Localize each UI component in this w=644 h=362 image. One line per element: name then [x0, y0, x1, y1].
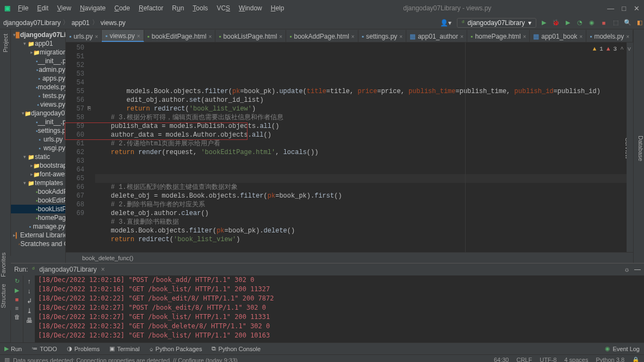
sidebar-database-label[interactable]: Database	[637, 136, 644, 161]
menu-vcs[interactable]: VCS	[213, 3, 233, 13]
breadcrumb-item[interactable]: views.py	[101, 19, 126, 27]
close-icon[interactable]: ×	[626, 34, 629, 40]
tab-settings[interactable]: ▪settings.py×	[358, 30, 406, 42]
tree-external[interactable]: ▸▎External Libraries	[11, 231, 65, 240]
bottom-toolbar[interactable]: ▶Run ≔TODO ◑Problems ▣Terminal ⎐Python P…	[0, 342, 644, 354]
close-icon[interactable]: ×	[399, 34, 403, 40]
vcs-icon[interactable]: ⬚	[611, 19, 620, 27]
close-icon[interactable]: ×	[351, 34, 355, 40]
code-editor[interactable]: ▲1 ▲3 ^ v 505152535455565758596061626364…	[66, 42, 633, 252]
breadcrumb-item[interactable]: djangoday07Library	[3, 19, 60, 27]
tab-bookedit[interactable]: ▪bookEditPage.html×	[144, 30, 216, 42]
tree-file[interactable]: ▪apps.py	[11, 74, 65, 83]
menu-edit[interactable]: Edit	[34, 3, 52, 13]
close-icon[interactable]: ×	[579, 34, 583, 40]
code-content[interactable]: models.Book.objects.filter(pk=book_pk).u…	[95, 42, 627, 252]
tree-folder-migrations[interactable]: ▸📁migrations	[11, 48, 65, 57]
tree-file[interactable]: ▪tests.py	[11, 91, 65, 100]
menu-run[interactable]: Run	[169, 3, 187, 13]
interpreter[interactable]: Python 3.8	[596, 357, 624, 362]
status-message[interactable]: Data sources detected: Connection proper…	[13, 357, 238, 363]
close-icon[interactable]: ×	[523, 34, 526, 40]
tree-folder-app01[interactable]: ▾📁app01	[11, 39, 65, 48]
menu-tools[interactable]: Tools	[189, 3, 211, 13]
left-toolwindow-bar[interactable]: Project	[0, 29, 11, 263]
console-button[interactable]: ⧉Python Console	[212, 345, 261, 352]
tree-folder-templates[interactable]: ▾📁templates	[11, 179, 65, 187]
project-tree[interactable]: ▾▉djangoday07Library F:\A ▾📁app01 ▸📁migr…	[11, 29, 66, 263]
search-icon[interactable]: 🔍	[623, 19, 632, 27]
tree-file[interactable]: ▪__init__.py	[11, 118, 65, 126]
down-icon[interactable]: ↓	[28, 287, 31, 295]
concurrency-icon[interactable]: ◉	[587, 19, 596, 27]
scroll-icon[interactable]: ⤓	[27, 307, 32, 315]
cursor-position[interactable]: 64:30	[494, 357, 509, 362]
tree-folder-static[interactable]: ▾📁static	[11, 152, 65, 161]
profile-icon[interactable]: ◔	[575, 19, 584, 27]
run-controls[interactable]: ↻ ▶ ■ ≡ 🗑	[11, 275, 23, 342]
status-db-icon[interactable]: ▥	[4, 357, 10, 362]
tab-book[interactable]: ▦app01_book×	[530, 30, 586, 42]
debug-icon[interactable]: 🐞	[552, 19, 560, 27]
sidebar-favorites-label[interactable]: Favorites	[0, 253, 11, 277]
problems-button[interactable]: ◑Problems	[67, 345, 100, 352]
close-icon[interactable]: ×	[101, 266, 105, 273]
sidebar-structure-label[interactable]: Structure	[0, 284, 11, 308]
editor-tabs[interactable]: ▪urls.py× ▪views.py× ▪bookEditPage.html×…	[66, 29, 633, 42]
tree-file[interactable]: ▪views.py	[11, 100, 65, 109]
stop-icon[interactable]: ■	[599, 19, 608, 27]
menu-navigate[interactable]: Navigate	[77, 3, 109, 13]
line-gutter[interactable]: 5051525354555657585960616263646566676869	[66, 42, 88, 252]
close-icon[interactable]: ×	[95, 34, 98, 40]
indent[interactable]: 4 spaces	[564, 357, 588, 362]
maximize-icon[interactable]: □	[622, 4, 626, 13]
console-output[interactable]: [18/Dec/2022 12:02:16] "POST /book_add/ …	[35, 275, 644, 342]
left-toolwindow-bar-2[interactable]: Structure Favorites	[0, 256, 11, 310]
tree-root[interactable]: ▾▉djangoday07Library F:\A	[11, 30, 65, 39]
run-icon[interactable]: ▶	[15, 287, 19, 294]
tab-models[interactable]: ▪models.py×	[586, 30, 633, 42]
run-config-selector[interactable]: ᵈ djangoday07Library ▾	[457, 18, 536, 28]
close-icon[interactable]: ✕	[634, 4, 640, 13]
close-icon[interactable]: ×	[137, 33, 140, 39]
colors-icon[interactable]: ◧	[635, 19, 644, 27]
tree-file[interactable]: ▪bookAddPage.html	[11, 187, 65, 196]
encoding[interactable]: UTF-8	[540, 357, 556, 362]
run-toolwindow-button[interactable]: ▶Run	[4, 345, 22, 352]
tab-bookadd[interactable]: ▪bookAddPage.html×	[286, 30, 358, 42]
tab-homepage[interactable]: ▪homePage.html×	[467, 30, 530, 42]
tree-item[interactable]: ▸📁font-awesome-4.7.0	[11, 170, 65, 179]
breadcrumb[interactable]: djangoday07Library 〉 app01 〉 views.py	[3, 18, 126, 27]
filter-icon[interactable]: ≡	[15, 305, 18, 311]
error-stripe[interactable]	[627, 42, 633, 252]
tree-file-selected[interactable]: ▪bookListPage.html	[11, 205, 65, 213]
tree-file[interactable]: ▪bookEditPage.html	[11, 196, 65, 205]
tree-file[interactable]: ▪manage.py	[11, 222, 65, 231]
minimize-icon[interactable]: —	[634, 266, 641, 273]
run-panel-header[interactable]: Run: ᵈ djangoday07Library × ☼ —	[11, 263, 644, 275]
trash-icon[interactable]: 🗑	[14, 314, 20, 320]
tab-views[interactable]: ▪views.py×	[102, 30, 144, 42]
rerun-icon[interactable]: ↻	[15, 278, 20, 285]
breadcrumb-item[interactable]: app01	[71, 19, 89, 27]
tab-author[interactable]: ▦app01_author×	[406, 30, 467, 42]
gear-icon[interactable]: ☼	[624, 266, 630, 273]
tree-file[interactable]: ▪settings.py	[11, 126, 65, 135]
wrap-icon[interactable]: ↲	[27, 297, 32, 305]
tree-file[interactable]: ▪homePage.html	[11, 213, 65, 222]
tree-file[interactable]: ▪wsgi.py	[11, 144, 65, 152]
stop-icon[interactable]: ■	[15, 296, 19, 303]
tab-booklist[interactable]: ▪bookListPage.html×	[215, 30, 286, 42]
menu-refactor[interactable]: Refactor	[135, 3, 166, 13]
tree-file[interactable]: ▪models.py	[11, 83, 65, 91]
packages-button[interactable]: ⎐Python Packages	[150, 346, 202, 352]
tree-folder-proj[interactable]: ▾📁djangoday07Library	[11, 109, 65, 118]
menu-window[interactable]: Window	[236, 3, 265, 13]
tree-scratches[interactable]: ▫Scratches and Consoles	[11, 240, 65, 248]
up-icon[interactable]: ↑	[28, 278, 31, 285]
close-icon[interactable]: ×	[279, 34, 282, 40]
close-icon[interactable]: ×	[460, 34, 463, 40]
run-controls-2[interactable]: ↑ ↓ ↲ ⤓ 🖶	[23, 275, 35, 342]
menu-help[interactable]: Help	[268, 3, 288, 13]
menu-file[interactable]: File	[15, 3, 32, 13]
